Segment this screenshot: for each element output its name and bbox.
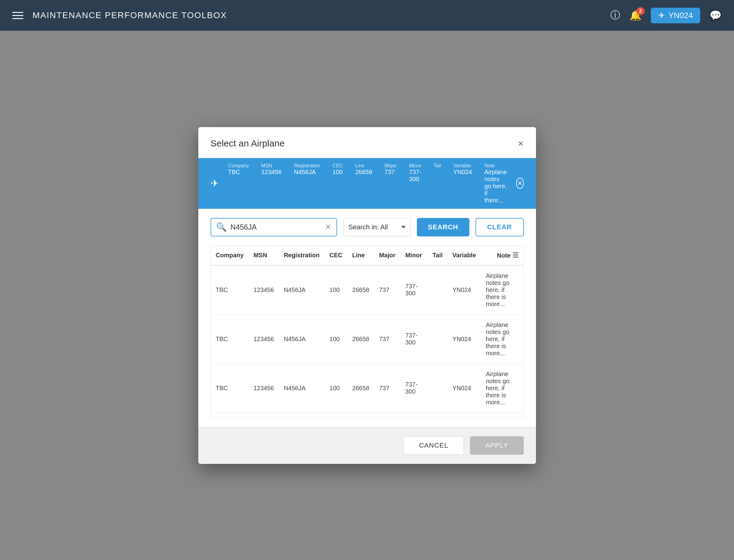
col-minor: Minor bbox=[400, 246, 428, 265]
selected-company-col: Company TBC bbox=[228, 163, 249, 204]
aircraft-table-container: Company MSN Registration CEC Line Major … bbox=[211, 246, 524, 418]
selected-company-label: Company bbox=[228, 163, 249, 169]
selected-tail-col: Tail bbox=[434, 163, 441, 204]
cell-row0-col1: 123456 bbox=[249, 265, 279, 315]
col-tail: Tail bbox=[428, 246, 448, 265]
selected-aircraft-info: Company TBC MSN 123456 Registration N456… bbox=[228, 163, 507, 204]
selected-minor-col: Minor 737-300 bbox=[409, 163, 421, 204]
cell-row0-col8: YN024 bbox=[448, 265, 481, 315]
selected-line-col: Line 26658 bbox=[355, 163, 372, 204]
col-major: Major bbox=[374, 246, 400, 265]
search-clear-button[interactable]: ✕ bbox=[325, 222, 332, 232]
cell-row2-col8: YN024 bbox=[448, 364, 481, 413]
search-input[interactable] bbox=[231, 223, 325, 231]
selected-registration-value: N456JA bbox=[294, 169, 320, 176]
aircraft-table: Company MSN Registration CEC Line Major … bbox=[211, 246, 523, 418]
cell-row1-col3: 100 bbox=[324, 314, 347, 364]
col-msn: MSN bbox=[249, 246, 279, 265]
cell-row0-col5: 737 bbox=[374, 265, 400, 315]
cell-row1-col4: 26658 bbox=[347, 314, 374, 364]
chat-button[interactable]: 💬 bbox=[709, 10, 722, 21]
selected-cec-label: CEC bbox=[332, 163, 343, 169]
table-row[interactable]: TBC123456N456JA10026658737737-300YN024Ai… bbox=[211, 413, 523, 418]
cell-row0-col3: 100 bbox=[324, 265, 347, 315]
cell-row3-col4: 26658 bbox=[347, 413, 374, 418]
cell-row2-col5: 737 bbox=[374, 364, 400, 413]
selected-tail-label: Tail bbox=[434, 163, 441, 169]
cell-row2-col3: 100 bbox=[324, 364, 347, 413]
table-header-row: Company MSN Registration CEC Line Major … bbox=[211, 246, 523, 265]
selected-msn-col: MSN 123456 bbox=[261, 163, 282, 204]
cell-row0-col0: TBC bbox=[211, 265, 249, 315]
selected-msn-value: 123456 bbox=[261, 169, 282, 176]
modal-close-button[interactable]: × bbox=[518, 138, 524, 148]
table-body: TBC123456N456JA10026658737737-300YN024Ai… bbox=[211, 265, 523, 418]
cell-row1-col0: TBC bbox=[211, 314, 249, 364]
cell-row2-col2: N456JA bbox=[279, 364, 324, 413]
col-cec: CEC bbox=[324, 246, 347, 265]
filter-icon[interactable]: ☰ bbox=[512, 251, 518, 259]
selected-company-value: TBC bbox=[228, 169, 249, 176]
selected-plane-icon: ✈ bbox=[211, 177, 219, 189]
cell-row0-col4: 26658 bbox=[347, 265, 374, 315]
cell-row1-col1: 123456 bbox=[249, 314, 279, 364]
remove-selected-button[interactable]: ✕ bbox=[516, 178, 523, 189]
cell-row1-col6: 737-300 bbox=[400, 314, 428, 364]
col-line: Line bbox=[347, 246, 374, 265]
clear-button[interactable]: CLEAR bbox=[476, 218, 524, 236]
selected-major-value: 737 bbox=[385, 169, 397, 176]
selected-minor-value: 737-300 bbox=[409, 169, 421, 183]
selected-major-col: Major 737 bbox=[385, 163, 397, 204]
selected-cec-col: CEC 100 bbox=[332, 163, 343, 204]
table-row[interactable]: TBC123456N456JA10026658737737-300YN024Ai… bbox=[211, 364, 523, 413]
col-variable: Variable bbox=[448, 246, 481, 265]
top-navigation: MAINTENANCE PERFORMANCE TOOLBOX ⓘ 🔔 2 ✈ … bbox=[0, 0, 734, 31]
cell-row3-col8: YN024 bbox=[448, 413, 481, 418]
app-title: MAINTENANCE PERFORMANCE TOOLBOX bbox=[33, 10, 227, 20]
cell-row2-col6: 737-300 bbox=[400, 364, 428, 413]
modal-header: Select an Airplane × bbox=[198, 127, 536, 158]
cell-row2-col7 bbox=[428, 364, 448, 413]
notifications-button[interactable]: 🔔 2 bbox=[629, 10, 642, 21]
cell-row2-col4: 26658 bbox=[347, 364, 374, 413]
cancel-button[interactable]: CANCEL bbox=[403, 436, 464, 455]
notification-badge: 2 bbox=[637, 7, 645, 15]
search-button[interactable]: SEARCH bbox=[417, 218, 469, 236]
selected-registration-col: Registration N456JA bbox=[294, 163, 320, 204]
search-in-select[interactable]: Search in: All Company MSN Registration … bbox=[343, 218, 411, 236]
col-company: Company bbox=[211, 246, 249, 265]
cell-row1-col2: N456JA bbox=[279, 314, 324, 364]
cell-row3-col5: 737 bbox=[374, 413, 400, 418]
hamburger-menu[interactable] bbox=[12, 12, 23, 19]
search-icon: 🔍 bbox=[216, 222, 227, 232]
chat-icon: 💬 bbox=[709, 10, 722, 21]
cell-row0-col7 bbox=[428, 265, 448, 315]
modal-title: Select an Airplane bbox=[211, 138, 285, 149]
cell-row0-col6: 737-300 bbox=[400, 265, 428, 315]
cell-row1-col9: Airplane notes go here, if there is more… bbox=[481, 314, 523, 364]
selected-minor-label: Minor bbox=[409, 163, 421, 169]
selected-line-value: 26658 bbox=[355, 169, 372, 176]
selected-variable-value: YN024 bbox=[453, 169, 472, 176]
cell-row3-col9: Airplane notes go here, if there is more… bbox=[481, 413, 523, 418]
cell-row3-col3: 100 bbox=[324, 413, 347, 418]
select-airplane-modal: Select an Airplane × ✈ Company TBC MSN 1… bbox=[198, 127, 536, 464]
modal-footer: CANCEL APPLY bbox=[198, 427, 536, 464]
info-button[interactable]: ⓘ bbox=[610, 9, 620, 22]
selected-note-value: Airplane notes go here, if there... bbox=[484, 169, 507, 204]
modal-body: 🔍 ✕ Search in: All Company MSN Registrat… bbox=[198, 209, 536, 427]
cell-row3-col6: 737-300 bbox=[400, 413, 428, 418]
apply-button[interactable]: APPLY bbox=[470, 436, 523, 455]
table-row[interactable]: TBC123456N456JA10026658737737-300YN024Ai… bbox=[211, 314, 523, 364]
table-row[interactable]: TBC123456N456JA10026658737737-300YN024Ai… bbox=[211, 265, 523, 315]
selected-variable-label: Variable bbox=[453, 163, 472, 169]
cell-row3-col7 bbox=[428, 413, 448, 418]
selected-variable-col: Variable YN024 bbox=[453, 163, 472, 204]
cell-row3-col0: TBC bbox=[211, 413, 249, 418]
aircraft-selector-button[interactable]: ✈ YN024 bbox=[651, 8, 701, 23]
selected-msn-label: MSN bbox=[261, 163, 282, 169]
cell-row1-col8: YN024 bbox=[448, 314, 481, 364]
info-icon: ⓘ bbox=[610, 9, 620, 22]
selected-registration-label: Registration bbox=[294, 163, 320, 169]
col-note: Note ☰ bbox=[481, 246, 523, 265]
